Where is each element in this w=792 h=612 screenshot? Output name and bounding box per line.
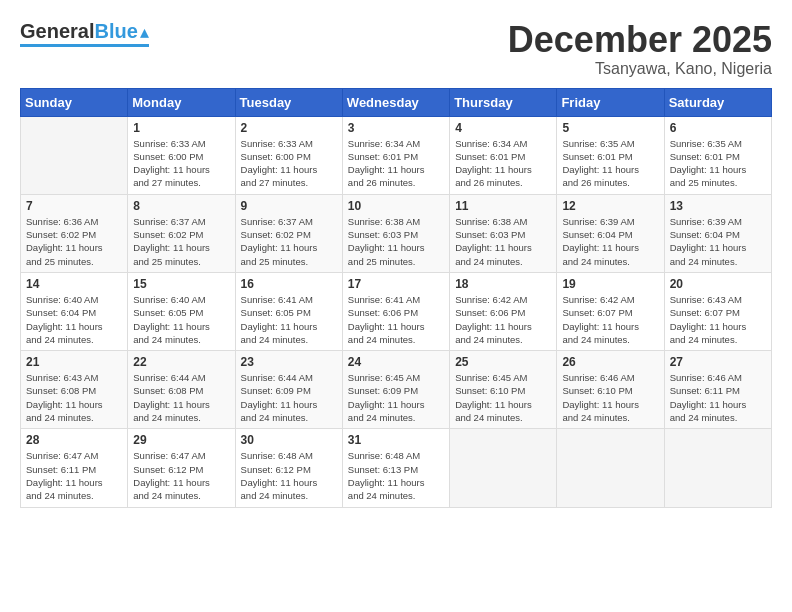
logo-blue: Blue xyxy=(94,20,137,43)
calendar-cell: 1Sunrise: 6:33 AM Sunset: 6:00 PM Daylig… xyxy=(128,116,235,194)
calendar-cell: 13Sunrise: 6:39 AM Sunset: 6:04 PM Dayli… xyxy=(664,194,771,272)
calendar-cell: 27Sunrise: 6:46 AM Sunset: 6:11 PM Dayli… xyxy=(664,351,771,429)
location-title: Tsanyawa, Kano, Nigeria xyxy=(508,60,772,78)
day-number: 20 xyxy=(670,277,766,291)
day-info: Sunrise: 6:46 AM Sunset: 6:11 PM Dayligh… xyxy=(670,371,766,424)
day-number: 12 xyxy=(562,199,658,213)
day-info: Sunrise: 6:38 AM Sunset: 6:03 PM Dayligh… xyxy=(348,215,444,268)
calendar-day-header: Tuesday xyxy=(235,88,342,116)
calendar-cell: 3Sunrise: 6:34 AM Sunset: 6:01 PM Daylig… xyxy=(342,116,449,194)
calendar-cell: 9Sunrise: 6:37 AM Sunset: 6:02 PM Daylig… xyxy=(235,194,342,272)
calendar-cell: 5Sunrise: 6:35 AM Sunset: 6:01 PM Daylig… xyxy=(557,116,664,194)
day-number: 26 xyxy=(562,355,658,369)
day-info: Sunrise: 6:46 AM Sunset: 6:10 PM Dayligh… xyxy=(562,371,658,424)
day-info: Sunrise: 6:45 AM Sunset: 6:10 PM Dayligh… xyxy=(455,371,551,424)
day-info: Sunrise: 6:43 AM Sunset: 6:07 PM Dayligh… xyxy=(670,293,766,346)
calendar-cell: 17Sunrise: 6:41 AM Sunset: 6:06 PM Dayli… xyxy=(342,272,449,350)
day-info: Sunrise: 6:39 AM Sunset: 6:04 PM Dayligh… xyxy=(670,215,766,268)
calendar-day-header: Monday xyxy=(128,88,235,116)
day-info: Sunrise: 6:47 AM Sunset: 6:12 PM Dayligh… xyxy=(133,449,229,502)
day-info: Sunrise: 6:40 AM Sunset: 6:04 PM Dayligh… xyxy=(26,293,122,346)
day-info: Sunrise: 6:45 AM Sunset: 6:09 PM Dayligh… xyxy=(348,371,444,424)
day-info: Sunrise: 6:48 AM Sunset: 6:13 PM Dayligh… xyxy=(348,449,444,502)
day-number: 24 xyxy=(348,355,444,369)
day-number: 3 xyxy=(348,121,444,135)
day-number: 23 xyxy=(241,355,337,369)
day-number: 11 xyxy=(455,199,551,213)
day-number: 28 xyxy=(26,433,122,447)
calendar-cell: 4Sunrise: 6:34 AM Sunset: 6:01 PM Daylig… xyxy=(450,116,557,194)
day-number: 7 xyxy=(26,199,122,213)
calendar-cell xyxy=(557,429,664,507)
calendar-cell: 25Sunrise: 6:45 AM Sunset: 6:10 PM Dayli… xyxy=(450,351,557,429)
day-number: 14 xyxy=(26,277,122,291)
calendar-week-row: 7Sunrise: 6:36 AM Sunset: 6:02 PM Daylig… xyxy=(21,194,772,272)
calendar-cell: 6Sunrise: 6:35 AM Sunset: 6:01 PM Daylig… xyxy=(664,116,771,194)
calendar-week-row: 1Sunrise: 6:33 AM Sunset: 6:00 PM Daylig… xyxy=(21,116,772,194)
calendar-cell: 8Sunrise: 6:37 AM Sunset: 6:02 PM Daylig… xyxy=(128,194,235,272)
day-info: Sunrise: 6:42 AM Sunset: 6:07 PM Dayligh… xyxy=(562,293,658,346)
calendar-cell: 10Sunrise: 6:38 AM Sunset: 6:03 PM Dayli… xyxy=(342,194,449,272)
day-info: Sunrise: 6:38 AM Sunset: 6:03 PM Dayligh… xyxy=(455,215,551,268)
day-info: Sunrise: 6:36 AM Sunset: 6:02 PM Dayligh… xyxy=(26,215,122,268)
calendar-cell: 18Sunrise: 6:42 AM Sunset: 6:06 PM Dayli… xyxy=(450,272,557,350)
calendar-week-row: 21Sunrise: 6:43 AM Sunset: 6:08 PM Dayli… xyxy=(21,351,772,429)
month-title: December 2025 xyxy=(508,20,772,60)
day-info: Sunrise: 6:47 AM Sunset: 6:11 PM Dayligh… xyxy=(26,449,122,502)
calendar-day-header: Wednesday xyxy=(342,88,449,116)
day-info: Sunrise: 6:42 AM Sunset: 6:06 PM Dayligh… xyxy=(455,293,551,346)
day-number: 31 xyxy=(348,433,444,447)
day-number: 19 xyxy=(562,277,658,291)
day-number: 17 xyxy=(348,277,444,291)
day-info: Sunrise: 6:35 AM Sunset: 6:01 PM Dayligh… xyxy=(670,137,766,190)
day-number: 30 xyxy=(241,433,337,447)
calendar-cell: 24Sunrise: 6:45 AM Sunset: 6:09 PM Dayli… xyxy=(342,351,449,429)
day-info: Sunrise: 6:41 AM Sunset: 6:05 PM Dayligh… xyxy=(241,293,337,346)
calendar-week-row: 28Sunrise: 6:47 AM Sunset: 6:11 PM Dayli… xyxy=(21,429,772,507)
day-info: Sunrise: 6:37 AM Sunset: 6:02 PM Dayligh… xyxy=(133,215,229,268)
day-info: Sunrise: 6:44 AM Sunset: 6:09 PM Dayligh… xyxy=(241,371,337,424)
calendar-day-header: Saturday xyxy=(664,88,771,116)
calendar-cell: 29Sunrise: 6:47 AM Sunset: 6:12 PM Dayli… xyxy=(128,429,235,507)
day-number: 18 xyxy=(455,277,551,291)
calendar-cell: 20Sunrise: 6:43 AM Sunset: 6:07 PM Dayli… xyxy=(664,272,771,350)
calendar-cell: 31Sunrise: 6:48 AM Sunset: 6:13 PM Dayli… xyxy=(342,429,449,507)
day-info: Sunrise: 6:41 AM Sunset: 6:06 PM Dayligh… xyxy=(348,293,444,346)
page-header: General Blue ▴ December 2025 Tsanyawa, K… xyxy=(20,20,772,78)
calendar-cell: 22Sunrise: 6:44 AM Sunset: 6:08 PM Dayli… xyxy=(128,351,235,429)
day-number: 27 xyxy=(670,355,766,369)
day-number: 9 xyxy=(241,199,337,213)
calendar-cell: 21Sunrise: 6:43 AM Sunset: 6:08 PM Dayli… xyxy=(21,351,128,429)
logo-underline xyxy=(20,44,149,47)
calendar-cell: 12Sunrise: 6:39 AM Sunset: 6:04 PM Dayli… xyxy=(557,194,664,272)
day-info: Sunrise: 6:33 AM Sunset: 6:00 PM Dayligh… xyxy=(133,137,229,190)
bird-icon: ▴ xyxy=(140,21,149,43)
calendar-cell xyxy=(21,116,128,194)
day-info: Sunrise: 6:39 AM Sunset: 6:04 PM Dayligh… xyxy=(562,215,658,268)
day-number: 29 xyxy=(133,433,229,447)
day-number: 1 xyxy=(133,121,229,135)
day-number: 5 xyxy=(562,121,658,135)
day-info: Sunrise: 6:48 AM Sunset: 6:12 PM Dayligh… xyxy=(241,449,337,502)
calendar-cell xyxy=(664,429,771,507)
calendar-cell: 2Sunrise: 6:33 AM Sunset: 6:00 PM Daylig… xyxy=(235,116,342,194)
day-number: 25 xyxy=(455,355,551,369)
day-number: 21 xyxy=(26,355,122,369)
day-info: Sunrise: 6:34 AM Sunset: 6:01 PM Dayligh… xyxy=(348,137,444,190)
calendar-cell: 11Sunrise: 6:38 AM Sunset: 6:03 PM Dayli… xyxy=(450,194,557,272)
day-number: 4 xyxy=(455,121,551,135)
calendar-cell: 14Sunrise: 6:40 AM Sunset: 6:04 PM Dayli… xyxy=(21,272,128,350)
calendar-day-header: Sunday xyxy=(21,88,128,116)
calendar-day-header: Friday xyxy=(557,88,664,116)
day-number: 22 xyxy=(133,355,229,369)
calendar-cell: 26Sunrise: 6:46 AM Sunset: 6:10 PM Dayli… xyxy=(557,351,664,429)
calendar-cell: 28Sunrise: 6:47 AM Sunset: 6:11 PM Dayli… xyxy=(21,429,128,507)
calendar-week-row: 14Sunrise: 6:40 AM Sunset: 6:04 PM Dayli… xyxy=(21,272,772,350)
logo-general: General xyxy=(20,20,94,43)
day-number: 10 xyxy=(348,199,444,213)
day-info: Sunrise: 6:44 AM Sunset: 6:08 PM Dayligh… xyxy=(133,371,229,424)
calendar-cell xyxy=(450,429,557,507)
day-number: 6 xyxy=(670,121,766,135)
day-number: 8 xyxy=(133,199,229,213)
logo: General Blue ▴ xyxy=(20,20,149,47)
